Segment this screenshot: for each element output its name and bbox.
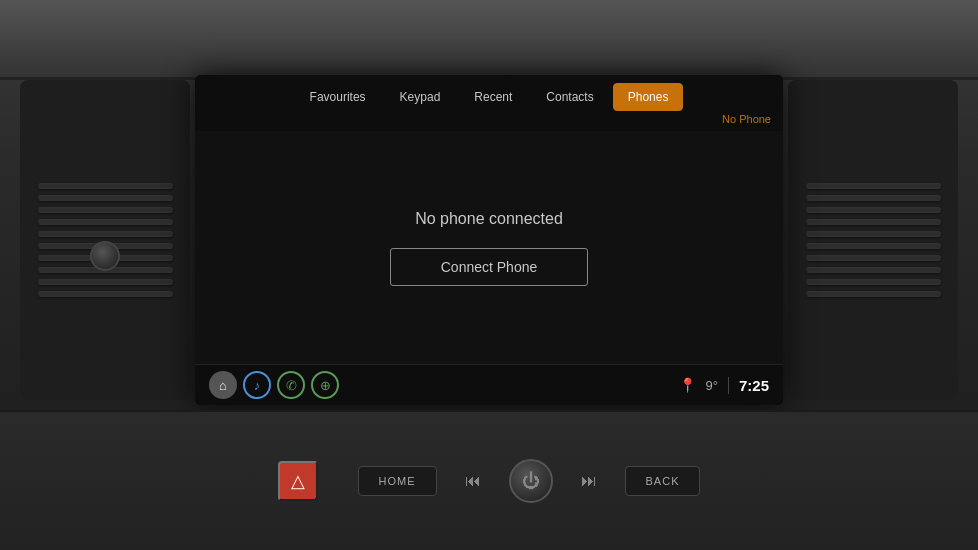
no-phone-message: No phone connected bbox=[415, 210, 563, 228]
music-icon: ♪ bbox=[254, 378, 261, 393]
vent-slat bbox=[806, 231, 941, 237]
nav-icon: ⊕ bbox=[320, 378, 331, 393]
music-icon-button[interactable]: ♪ bbox=[243, 371, 271, 399]
tab-favourites[interactable]: Favourites bbox=[295, 83, 381, 111]
media-next-button[interactable]: ⏭ bbox=[573, 464, 605, 498]
vent-right bbox=[788, 80, 958, 400]
vent-knob-left bbox=[90, 241, 120, 271]
status-icons: ⌂ ♪ ✆ ⊕ bbox=[209, 371, 339, 399]
tab-phones[interactable]: Phones bbox=[613, 83, 684, 111]
location-icon: 📍 bbox=[679, 377, 696, 393]
car-interior: Favourites Keypad Recent Contacts Phones… bbox=[0, 0, 978, 550]
vent-slat bbox=[806, 195, 941, 201]
nav-icon-button[interactable]: ⊕ bbox=[311, 371, 339, 399]
prev-icon: ⏮ bbox=[465, 472, 481, 489]
temperature-display: 9° bbox=[706, 378, 718, 393]
phone-icon-button[interactable]: ✆ bbox=[277, 371, 305, 399]
vent-slat bbox=[38, 207, 173, 213]
vent-slat bbox=[806, 219, 941, 225]
screen-display: Favourites Keypad Recent Contacts Phones… bbox=[195, 75, 783, 405]
status-bar: ⌂ ♪ ✆ ⊕ 📍 9° 7:25 bbox=[195, 364, 783, 405]
vent-slat bbox=[806, 207, 941, 213]
vent-slat bbox=[38, 195, 173, 201]
vent-slat bbox=[38, 291, 173, 297]
screen-main-content: No phone connected Connect Phone bbox=[195, 131, 783, 364]
vent-slat bbox=[806, 291, 941, 297]
home-button[interactable]: HOME bbox=[358, 466, 437, 496]
vent-slat bbox=[806, 243, 941, 249]
back-button[interactable]: BACK bbox=[625, 466, 701, 496]
vent-slat bbox=[806, 279, 941, 285]
vent-slat bbox=[806, 267, 941, 273]
connect-phone-button[interactable]: Connect Phone bbox=[390, 248, 589, 286]
vent-slat bbox=[806, 255, 941, 261]
vent-slat bbox=[806, 183, 941, 189]
status-right: 📍 9° 7:25 bbox=[679, 377, 769, 394]
infotainment-screen: Favourites Keypad Recent Contacts Phones… bbox=[195, 75, 783, 405]
tab-keypad[interactable]: Keypad bbox=[385, 83, 456, 111]
vent-slat bbox=[38, 183, 173, 189]
tab-recent[interactable]: Recent bbox=[459, 83, 527, 111]
hazard-icon: △ bbox=[291, 470, 305, 492]
home-icon: ⌂ bbox=[219, 378, 227, 393]
nav-tabs: Favourites Keypad Recent Contacts Phones bbox=[195, 75, 783, 111]
home-icon-button[interactable]: ⌂ bbox=[209, 371, 237, 399]
vent-left bbox=[20, 80, 190, 400]
time-display: 7:25 bbox=[728, 377, 769, 394]
no-phone-status: No Phone bbox=[195, 111, 783, 131]
phone-icon: ✆ bbox=[286, 378, 297, 393]
vent-slat bbox=[38, 279, 173, 285]
power-button[interactable]: ⏻ bbox=[509, 459, 553, 503]
media-prev-button[interactable]: ⏮ bbox=[457, 464, 489, 498]
bottom-controls: △ HOME ⏮ ⏻ ⏭ BACK bbox=[0, 410, 978, 550]
vent-slat bbox=[38, 231, 173, 237]
hazard-button[interactable]: △ bbox=[278, 461, 318, 501]
tab-contacts[interactable]: Contacts bbox=[531, 83, 608, 111]
power-icon: ⏻ bbox=[522, 471, 540, 492]
next-icon: ⏭ bbox=[581, 472, 597, 489]
vent-slat bbox=[38, 219, 173, 225]
dashboard-top bbox=[0, 0, 978, 80]
